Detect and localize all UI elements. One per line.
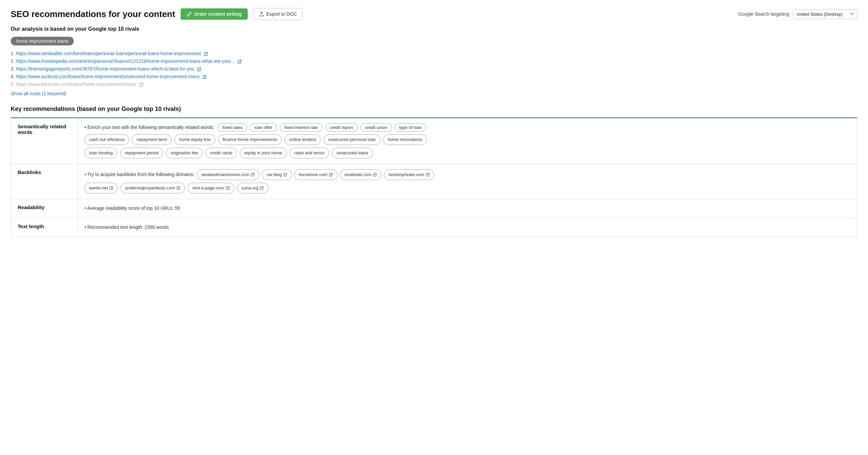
rival-link-1[interactable]: https://www.nerdwallet.com/best/loans/pe… xyxy=(16,51,201,56)
row-content-text-length: • Recommended text length: 2390 words xyxy=(78,218,857,237)
semantically-intro: • Enrich your text with the following se… xyxy=(85,123,850,132)
upload-icon xyxy=(259,11,264,17)
tag-loan-funding: loan funding xyxy=(85,148,118,158)
row-label-backlinks: Backlinks xyxy=(11,164,78,199)
backlink-tag-hometone[interactable]: hometone.com xyxy=(294,169,338,180)
tag-home-equity-line: home equity line xyxy=(174,134,215,145)
row-content-readability: • Average readability score of top 10 UR… xyxy=(78,199,857,218)
rival-item-2: 2. https://www.investopedia.com/articles… xyxy=(11,58,857,64)
targeting-select[interactable]: United States (Desktop) United Kingdom (… xyxy=(793,9,857,19)
backlink-tag-rent-a-page[interactable]: rent-a-page.com xyxy=(188,183,234,193)
tag-finance-home-improvements: finance home improvements xyxy=(218,134,282,145)
backlink-tag-cuna[interactable]: cuna.org xyxy=(237,183,269,193)
google-targeting-section: Google Search targeting: United States (… xyxy=(738,9,857,19)
keyword-badge: home improvement loans xyxy=(11,37,74,46)
tag-home-renovations: home renovations xyxy=(383,134,427,145)
tag-fixed-rates: fixed rates xyxy=(218,123,247,132)
backlink-tag-preferredpropertiestx[interactable]: preferredpropertiestx.com xyxy=(121,183,185,193)
backlink-tag-car-blog[interactable]: car.blog xyxy=(262,169,292,180)
backlinks-intro-row: • Try to acquire backlinks from the foll… xyxy=(85,169,850,180)
show-all-rivals-link[interactable]: Show all rivals (1 keyword) xyxy=(11,91,66,96)
rival-link-5[interactable]: https://www.bankrate.com/loans/home-impr… xyxy=(16,82,136,87)
section-title: Key recommendations (based on your Googl… xyxy=(11,106,857,113)
external-link-icon-5 xyxy=(139,83,144,87)
tag-loan-offer: loan offer xyxy=(250,123,277,132)
rival-link-4[interactable]: https://www.suntrust.com/loans/home-impr… xyxy=(16,74,199,79)
tag-cash-out-refinance: cash out refinance xyxy=(85,134,129,145)
tag-fixed-interest-rate: fixed interest rate xyxy=(280,123,322,132)
row-label-readability: Readability xyxy=(11,199,78,218)
backlinks-row-2: werite.net preferredpropertiestx.com ren… xyxy=(85,183,850,193)
tag-equity-in-your-home: equity in your home xyxy=(240,148,287,158)
tag-rates-and-terms: rates and terms xyxy=(289,148,329,158)
targeting-label: Google Search targeting: xyxy=(738,11,790,17)
rival-link-3[interactable]: https://themortgagereports.com/38797/hom… xyxy=(16,66,195,72)
tag-repayment-term: repayment term xyxy=(132,134,172,145)
order-content-writing-button[interactable]: Order content writing xyxy=(181,8,248,20)
rival-item-3: 3. https://themortgagereports.com/38797/… xyxy=(11,66,857,72)
rival-item-5: 5. https://www.bankrate.com/loans/home-i… xyxy=(11,82,857,87)
rival-link-2[interactable]: https://www.investopedia.com/articles/pe… xyxy=(16,58,235,64)
rival-item-4: 4. https://www.suntrust.com/loans/home-i… xyxy=(11,74,857,79)
row-content-backlinks: • Try to acquire backlinks from the foll… xyxy=(78,164,857,199)
row-label-semantically: Semantically related words xyxy=(11,118,78,164)
external-link-icon-3 xyxy=(197,67,201,72)
table-row-semantically-related: Semantically related words • Enrich your… xyxy=(11,118,857,164)
tag-credit-report: credit report xyxy=(325,123,358,132)
table-row-readability: Readability • Average readability score … xyxy=(11,199,857,218)
tag-origination-fee: origination fee xyxy=(166,148,203,158)
backlink-tag-eurekster[interactable]: eurekster.com xyxy=(340,169,382,180)
tags-row-2: cash out refinance repayment term home e… xyxy=(85,134,850,145)
tag-repayment-period: repayment period xyxy=(120,148,163,158)
tags-row-3: loan funding repayment period originatio… xyxy=(85,148,850,158)
recommendations-table: Semantically related words • Enrich your… xyxy=(11,117,857,237)
table-row-backlinks: Backlinks • Try to acquire backlinks fro… xyxy=(11,164,857,199)
external-link-icon-2 xyxy=(237,59,242,64)
backlink-tag-westandmainhomes[interactable]: westandmainhomes.com xyxy=(197,169,259,180)
tag-unsecured-loans: unsecured loans xyxy=(332,148,373,158)
backlink-tag-bostonprivate[interactable]: bostonprivate.com xyxy=(384,169,434,180)
tag-type-of-loan: type of loan xyxy=(395,123,426,132)
tag-credit-cards: credit cards xyxy=(205,148,237,158)
header-row: SEO recommendations for your content Ord… xyxy=(11,8,857,20)
tag-credit-union: credit union xyxy=(360,123,392,132)
edit-icon xyxy=(187,11,192,17)
row-content-semantically: • Enrich your text with the following se… xyxy=(78,118,857,164)
table-row-text-length: Text length • Recommended text length: 2… xyxy=(11,218,857,237)
rival-item-1: 1. https://www.nerdwallet.com/best/loans… xyxy=(11,51,857,56)
page-title: SEO recommendations for your content xyxy=(11,9,175,19)
tag-online-lenders: online lenders xyxy=(284,134,321,145)
external-link-icon-1 xyxy=(204,52,208,56)
row-label-text-length: Text length xyxy=(11,218,78,237)
external-link-icon-4 xyxy=(202,75,207,79)
export-to-doc-button[interactable]: Export to DOC xyxy=(253,8,303,20)
tag-unsecured-personal-loan: unsecured personal loan xyxy=(323,134,380,145)
backlink-tag-werite[interactable]: werite.net xyxy=(85,183,118,193)
rivals-list: 1. https://www.nerdwallet.com/best/loans… xyxy=(11,51,857,87)
analysis-subtitle: Our analysis is based on your Google top… xyxy=(11,26,857,32)
